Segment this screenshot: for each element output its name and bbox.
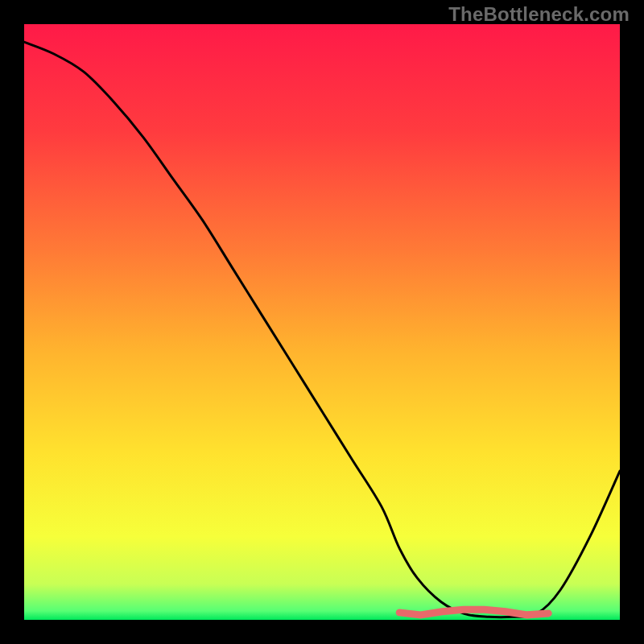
optimal-zone-marker bbox=[399, 609, 548, 615]
bottleneck-curve bbox=[24, 42, 620, 617]
curve-layer bbox=[24, 24, 620, 620]
chart-container: TheBottleneck.com bbox=[0, 0, 644, 644]
watermark-text: TheBottleneck.com bbox=[448, 3, 630, 26]
plot-area bbox=[24, 24, 620, 620]
